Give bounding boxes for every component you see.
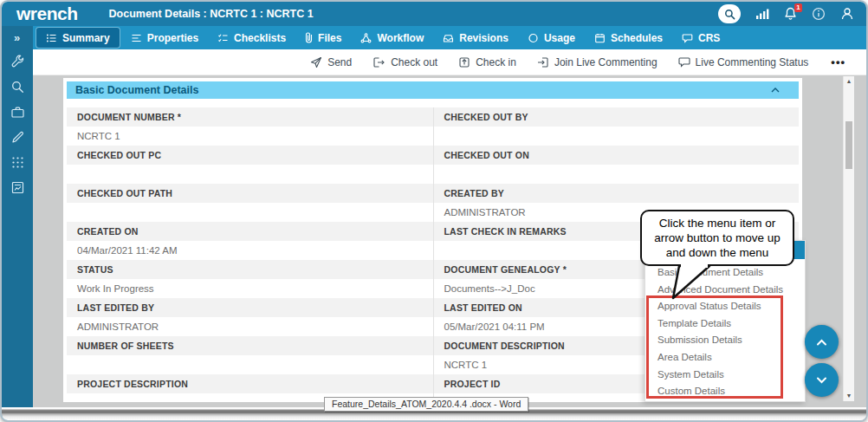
callout-bubble: Click the menu item or arrow button to m… bbox=[640, 210, 794, 266]
send-icon bbox=[310, 56, 322, 68]
sidebar-expand-button[interactable]: » bbox=[2, 26, 33, 49]
field-label: NUMBER OF SHEETS bbox=[67, 336, 433, 355]
live-commenting-status-button[interactable]: Live Commenting Status bbox=[678, 56, 809, 68]
red-highlight-box bbox=[646, 295, 783, 399]
stats-bars-icon[interactable] bbox=[755, 8, 769, 20]
info-icon[interactable] bbox=[812, 7, 826, 21]
tab-label: Checklists bbox=[234, 32, 286, 44]
tab-schedules[interactable]: Schedules bbox=[585, 26, 672, 49]
tab-revisions[interactable]: Revisions bbox=[433, 26, 518, 49]
check-in-button[interactable]: Check in bbox=[458, 56, 516, 68]
vertical-scrollbar[interactable]: ▲ ▼ bbox=[843, 76, 854, 401]
scroll-down-fab-button[interactable] bbox=[805, 363, 839, 397]
tab-label: CRS bbox=[698, 32, 720, 44]
briefcase-icon[interactable] bbox=[2, 100, 33, 125]
tool-label: Check in bbox=[476, 56, 516, 68]
chevron-down-icon bbox=[816, 377, 827, 384]
more-options-button[interactable]: ••• bbox=[831, 55, 845, 68]
tab-checklists[interactable]: Checklists bbox=[208, 26, 295, 49]
field-value bbox=[433, 127, 800, 146]
apps-grid-icon[interactable] bbox=[2, 150, 33, 175]
field-value: 04/Mar/2021 11:42 AM bbox=[67, 241, 433, 260]
tab-label: Revisions bbox=[459, 32, 508, 44]
check-in-icon bbox=[458, 56, 470, 68]
notification-badge: 1 bbox=[794, 3, 802, 12]
field-label: PROJECT DESCRIPTION bbox=[67, 374, 433, 393]
taskbar-file-tooltip: Feature_Details_ATOM_2020.4.4 .docx - Wo… bbox=[324, 397, 528, 412]
tab-usage[interactable]: Usage bbox=[518, 26, 585, 49]
search-button[interactable] bbox=[718, 4, 741, 23]
section-title: Basic Document Details bbox=[75, 84, 198, 96]
field-value bbox=[67, 165, 433, 184]
field-label: CHECKED OUT PC bbox=[67, 146, 433, 165]
field-value bbox=[433, 165, 800, 184]
chevron-up-icon bbox=[816, 339, 827, 346]
search-icon bbox=[724, 9, 735, 20]
field-label-row: CHECKED OUT PCCHECKED OUT ON bbox=[67, 146, 799, 165]
page-title: Document Details : NCRTC 1 : NCRTC 1 bbox=[109, 8, 314, 20]
left-sidebar: » bbox=[2, 26, 33, 420]
tool-label: Join Live Commenting bbox=[554, 56, 657, 68]
field-value: Work In Progress bbox=[67, 279, 433, 298]
field-label: LAST EDITED BY bbox=[67, 298, 433, 317]
scroll-up-fab-button[interactable] bbox=[805, 325, 839, 359]
paperclip-icon bbox=[305, 32, 313, 43]
field-label: DOCUMENT NUMBER * bbox=[67, 107, 433, 127]
field-value bbox=[67, 355, 433, 374]
pencil-icon[interactable] bbox=[2, 125, 33, 150]
usage-circle-icon bbox=[528, 33, 539, 43]
scrollbar-thumb[interactable] bbox=[845, 121, 852, 169]
calendar-icon bbox=[594, 33, 606, 43]
wrench-tool-icon[interactable] bbox=[2, 49, 33, 75]
join-live-commenting-button[interactable]: Join Live Commenting bbox=[537, 56, 657, 68]
field-label: CREATED ON bbox=[67, 222, 433, 241]
tab-label: Properties bbox=[147, 32, 198, 44]
tab-bar: Summary Properties Checklists Files Work… bbox=[33, 26, 866, 49]
field-value bbox=[67, 203, 433, 222]
checklist-icon bbox=[217, 33, 229, 43]
tab-label: Files bbox=[318, 32, 341, 44]
field-label-row: DOCUMENT NUMBER *CHECKED OUT BY bbox=[67, 107, 799, 127]
tab-label: Summary bbox=[62, 32, 110, 44]
summary-list-icon bbox=[46, 33, 57, 43]
scrollbar-up-arrow-icon[interactable]: ▲ bbox=[844, 76, 854, 87]
sidebar-search-icon[interactable] bbox=[2, 75, 33, 100]
tab-label: Workflow bbox=[377, 32, 424, 44]
tab-summary[interactable]: Summary bbox=[36, 28, 120, 48]
check-out-button[interactable]: Check out bbox=[372, 56, 437, 68]
workflow-nodes-icon bbox=[360, 33, 372, 43]
tab-label: Schedules bbox=[611, 32, 663, 44]
tab-label: Usage bbox=[544, 32, 575, 44]
collapse-chevron-icon[interactable] bbox=[771, 88, 780, 93]
wrench-logo: wrench bbox=[16, 3, 78, 25]
properties-lines-icon bbox=[131, 33, 142, 43]
tab-files[interactable]: Files bbox=[295, 26, 351, 49]
field-label: CHECKED OUT PATH bbox=[67, 184, 433, 203]
field-label: CHECKED OUT BY bbox=[433, 107, 800, 127]
callout-text: Click the menu item or arrow button to m… bbox=[647, 216, 787, 260]
field-label-row: CHECKED OUT PATHCREATED BY bbox=[67, 184, 799, 203]
field-value: NCRTC 1 bbox=[67, 127, 433, 146]
tab-properties[interactable]: Properties bbox=[121, 26, 208, 49]
send-button[interactable]: Send bbox=[310, 56, 352, 68]
field-label: STATUS bbox=[67, 260, 433, 279]
join-live-icon bbox=[537, 56, 549, 68]
section-header-basic-document-details[interactable]: Basic Document Details bbox=[67, 81, 799, 99]
tool-label: Check out bbox=[391, 56, 437, 68]
field-label: CHECKED OUT ON bbox=[433, 146, 800, 165]
check-out-icon bbox=[372, 56, 385, 68]
notifications-button[interactable]: 1 bbox=[784, 7, 797, 21]
comment-status-icon bbox=[678, 56, 690, 68]
user-profile-icon[interactable] bbox=[840, 7, 854, 21]
scrollbar-down-arrow-icon[interactable]: ▼ bbox=[844, 391, 854, 401]
action-toolbar: Send Check out Check in Join Live Commen… bbox=[33, 49, 866, 75]
app-window: wrench Document Details : NCRTC 1 : NCRT… bbox=[0, 0, 868, 422]
report-icon[interactable] bbox=[2, 175, 33, 200]
field-label: CREATED BY bbox=[433, 184, 800, 203]
top-header-bar: wrench Document Details : NCRTC 1 : NCRT… bbox=[2, 2, 866, 26]
tab-crs[interactable]: CRS bbox=[672, 26, 729, 49]
tab-workflow[interactable]: Workflow bbox=[351, 26, 433, 49]
tool-label: Live Commenting Status bbox=[696, 56, 809, 68]
tool-label: Send bbox=[327, 56, 352, 68]
field-value-row: NCRTC 1 bbox=[67, 127, 799, 146]
